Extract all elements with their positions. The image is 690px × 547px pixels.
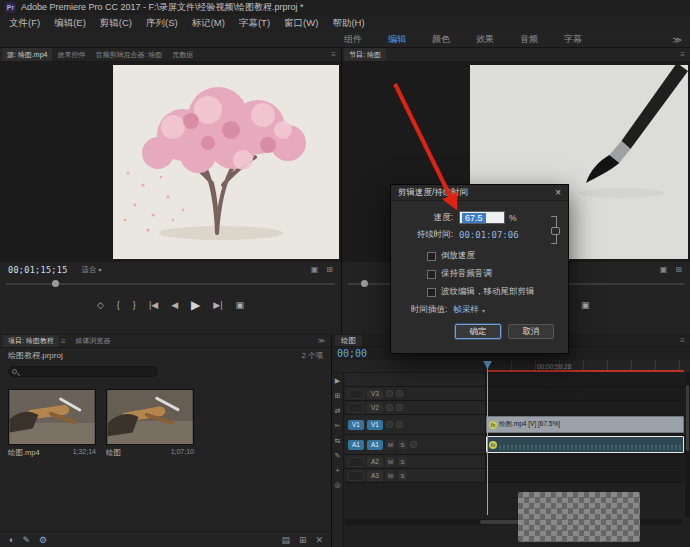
track-lock-icon[interactable] [386,390,393,397]
checkbox-icon[interactable] [427,270,436,279]
go-to-in-icon[interactable]: |◀ [149,300,158,310]
track-target-v3[interactable]: V3 [367,389,383,399]
menu-help[interactable]: 帮助(H) [325,15,371,32]
mute-button[interactable]: M [386,471,395,480]
timeline-timecode[interactable]: 00;00 [337,348,367,359]
tab-media-browser[interactable]: 媒体浏览器 [71,335,116,347]
menu-clip[interactable]: 剪辑(C) [93,15,139,32]
source-scrubber[interactable] [6,280,335,288]
workspace-tab-assembly[interactable]: 组件 [344,33,362,46]
mute-button[interactable]: M [386,457,395,466]
video-clip[interactable]: fx 绘图.mp4 [V] [67.5%] [486,416,684,433]
menu-sequence[interactable]: 序列(S) [139,15,185,32]
export-frame-icon[interactable]: ⊞ [326,265,333,274]
pen-tool-icon[interactable]: ✎ [335,452,341,460]
source-timecode[interactable]: 00;01;15;15 [8,265,68,275]
sequence-tab[interactable]: 绘图 [335,335,362,346]
track-v3-clips[interactable] [486,387,684,400]
timeline-vertical-scrollbar[interactable] [685,373,690,517]
solo-button[interactable]: S [398,471,407,480]
play-button[interactable]: ▶ [191,298,200,312]
workspace-tab-captions[interactable]: 字幕 [564,33,582,46]
timeline-ruler[interactable]: 00;00;59;28 [332,360,690,373]
track-a3-clips[interactable] [486,469,684,482]
speed-input[interactable]: 67.5 [459,211,505,224]
clip-thumbnail[interactable] [8,389,96,445]
menu-file[interactable]: 文件(F) [2,15,47,32]
clip-thumbnail[interactable] [106,389,194,445]
mute-button[interactable]: M [386,440,395,449]
gear-icon[interactable]: ⚙ [39,535,47,545]
slip-tool-icon[interactable]: ⇆ [335,437,341,445]
maintain-pitch-checkbox[interactable]: 保持音频音调 [427,268,558,280]
zoom-tool-icon[interactable]: ◎ [334,481,340,489]
selection-tool-icon[interactable]: ▶ [335,377,340,385]
panel-menu-icon[interactable]: ≡ [680,50,685,59]
dialog-titlebar[interactable]: 剪辑速度/持续时间 × [391,185,568,201]
track-lock-icon[interactable] [386,421,393,428]
tabs-overflow-chevron-icon[interactable]: ≫ [318,337,325,345]
close-icon[interactable]: × [555,187,561,198]
track-target-a3[interactable]: A3 [367,471,383,481]
checkbox-icon[interactable] [427,252,436,261]
export-frame-icon[interactable]: ▣ [581,300,590,310]
pencil-icon[interactable]: ✎ [22,535,30,545]
track-target-a1[interactable]: A1 [367,440,383,450]
search-box[interactable] [8,366,158,377]
mark-in-icon[interactable]: { [117,300,120,310]
time-interpolation-select[interactable]: 帧采样 ▾ [453,304,485,316]
settings-icon[interactable]: ▣ [311,265,319,274]
link-icon[interactable] [549,214,559,246]
toggle-output-icon[interactable] [396,421,403,428]
new-bin-icon[interactable]: ▤ [281,535,290,545]
panel-menu-icon[interactable]: ≡ [331,50,336,59]
track-a2-clips[interactable] [486,455,684,468]
ripple-edit-tool-icon[interactable]: ⇄ [335,407,341,415]
reverse-speed-checkbox[interactable]: 倒放速度 [427,250,558,262]
settings-icon[interactable]: ▣ [660,265,668,274]
menu-titles[interactable]: 字幕(T) [232,15,277,32]
source-patch-v1[interactable]: V1 [348,420,364,430]
zoom-level-select[interactable]: 适合 ▾ [82,265,102,275]
menu-edit[interactable]: 编辑(E) [47,15,93,32]
track-target-v1[interactable]: V1 [367,420,383,430]
workspace-tab-color[interactable]: 颜色 [432,33,450,46]
source-patch-empty[interactable] [348,457,364,467]
step-forward-icon[interactable]: ▶| [213,300,222,310]
new-item-icon[interactable]: ⊞ [299,535,307,545]
duration-value[interactable]: 00:01:07:06 [459,230,519,240]
ok-button[interactable]: 确定 [455,324,501,339]
scrubber-knob[interactable] [52,280,59,287]
tab-program[interactable]: 节目: 绘图 [344,48,386,61]
add-marker-icon[interactable]: ◇ [97,300,104,310]
export-frame-icon[interactable]: ⊞ [675,265,682,274]
panel-menu-icon[interactable]: ≡ [680,336,685,345]
toggle-output-icon[interactable] [396,390,403,397]
scrubber-knob[interactable] [361,280,368,287]
track-v1-clips[interactable]: fx 绘图.mp4 [V] [67.5%] [486,415,684,434]
track-v2-clips[interactable] [486,401,684,414]
menu-markers[interactable]: 标记(M) [185,15,232,32]
list-item[interactable]: 绘图.mp4 1;32;14 [8,389,96,458]
checkbox-icon[interactable] [427,288,436,297]
track-select-tool-icon[interactable]: ⊞ [335,392,341,400]
search-input[interactable] [21,367,155,376]
track-lock-icon[interactable] [410,441,417,448]
menu-window[interactable]: 窗口(W) [277,15,325,32]
track-lock-icon[interactable] [386,404,393,411]
tab-source[interactable]: 源: 绘图.mp4 [2,48,52,61]
list-item[interactable]: 绘图 1;07;10 [106,389,194,458]
toggle-output-icon[interactable] [396,404,403,411]
tab-audio-clip-mixer[interactable]: 音频剪辑混合器: 绘图 [90,48,167,61]
audio-clip-selected[interactable]: fx [486,436,684,453]
panel-menu-icon[interactable]: ≡ [61,337,66,346]
delete-icon[interactable]: ✕ [315,535,323,545]
workspace-tab-editing[interactable]: 编辑 [388,33,406,46]
step-back-icon[interactable]: ◀ [171,300,178,310]
export-frame-icon[interactable]: ▣ [236,300,245,310]
source-patch-empty[interactable] [348,471,364,481]
workspace-overflow-chevron-icon[interactable]: ≫ [673,35,682,45]
tab-metadata[interactable]: 元数据 [167,48,198,61]
source-patch-empty[interactable] [348,389,364,399]
source-patch-a1[interactable]: A1 [348,440,364,450]
